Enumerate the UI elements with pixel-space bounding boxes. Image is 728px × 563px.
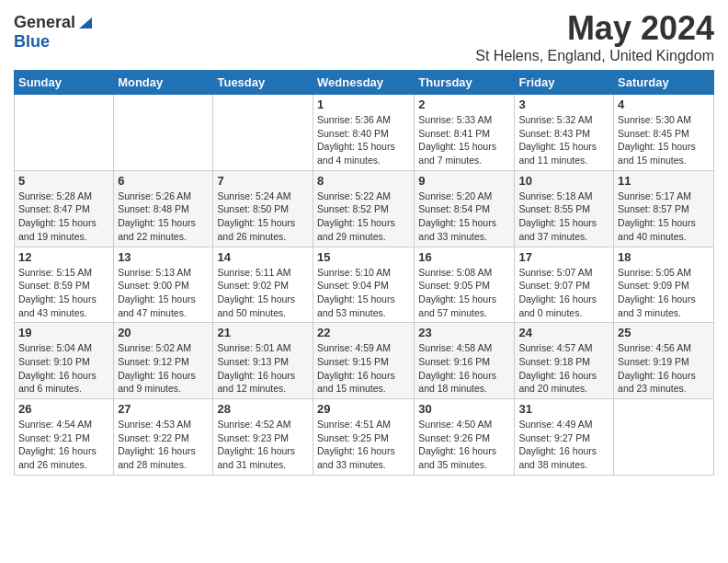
- day-number: 28: [217, 402, 309, 416]
- calendar-cell: 18Sunrise: 5:05 AM Sunset: 9:09 PM Dayli…: [614, 247, 714, 323]
- week-row-4: 19Sunrise: 5:04 AM Sunset: 9:10 PM Dayli…: [15, 323, 714, 399]
- day-info: Sunrise: 4:57 AM Sunset: 9:18 PM Dayligh…: [518, 341, 609, 396]
- day-info: Sunrise: 4:58 AM Sunset: 9:16 PM Dayligh…: [418, 341, 510, 396]
- day-info: Sunrise: 5:15 AM Sunset: 8:59 PM Dayligh…: [18, 266, 109, 320]
- day-info: Sunrise: 4:56 AM Sunset: 9:19 PM Dayligh…: [618, 341, 710, 396]
- logo-general-text: General: [14, 13, 75, 32]
- calendar-cell: 21Sunrise: 5:01 AM Sunset: 9:13 PM Dayli…: [213, 323, 313, 399]
- header: General Blue May 2024 St Helens, England…: [14, 9, 714, 64]
- calendar-cell: 7Sunrise: 5:24 AM Sunset: 8:50 PM Daylig…: [213, 170, 313, 247]
- weekday-header-wednesday: Wednesday: [313, 71, 415, 95]
- weekday-header-row: SundayMondayTuesdayWednesdayThursdayFrid…: [15, 71, 714, 95]
- day-info: Sunrise: 5:02 AM Sunset: 9:12 PM Dayligh…: [118, 341, 209, 396]
- day-number: 6: [118, 174, 209, 188]
- day-info: Sunrise: 4:52 AM Sunset: 9:23 PM Dayligh…: [217, 418, 309, 472]
- calendar-cell: 31Sunrise: 4:49 AM Sunset: 9:27 PM Dayli…: [515, 399, 614, 476]
- day-info: Sunrise: 5:20 AM Sunset: 8:54 PM Dayligh…: [418, 190, 510, 244]
- calendar-cell: 10Sunrise: 5:18 AM Sunset: 8:55 PM Dayli…: [515, 170, 614, 247]
- day-number: 26: [18, 402, 109, 416]
- calendar-cell: 15Sunrise: 5:10 AM Sunset: 9:04 PM Dayli…: [313, 247, 415, 323]
- calendar-cell: 3Sunrise: 5:32 AM Sunset: 8:43 PM Daylig…: [515, 95, 614, 171]
- logo-blue-text: Blue: [14, 32, 50, 52]
- day-number: 7: [217, 174, 309, 188]
- weekday-header-saturday: Saturday: [614, 71, 714, 95]
- day-info: Sunrise: 5:08 AM Sunset: 9:05 PM Dayligh…: [418, 266, 510, 320]
- calendar-cell: [15, 95, 114, 171]
- day-number: 4: [618, 98, 710, 111]
- day-number: 16: [418, 250, 510, 264]
- week-row-5: 26Sunrise: 4:54 AM Sunset: 9:21 PM Dayli…: [15, 399, 714, 476]
- day-number: 5: [18, 174, 109, 188]
- day-info: Sunrise: 4:49 AM Sunset: 9:27 PM Dayligh…: [518, 418, 609, 472]
- calendar-cell: 30Sunrise: 4:50 AM Sunset: 9:26 PM Dayli…: [415, 399, 515, 476]
- calendar-cell: 4Sunrise: 5:30 AM Sunset: 8:45 PM Daylig…: [614, 95, 714, 171]
- logo-triangle-icon: [77, 14, 94, 30]
- day-info: Sunrise: 5:26 AM Sunset: 8:48 PM Dayligh…: [118, 190, 209, 244]
- calendar-cell: 19Sunrise: 5:04 AM Sunset: 9:10 PM Dayli…: [15, 323, 114, 399]
- week-row-1: 1Sunrise: 5:36 AM Sunset: 8:40 PM Daylig…: [15, 95, 714, 171]
- calendar-cell: [614, 399, 714, 476]
- day-number: 1: [317, 98, 410, 111]
- calendar-cell: 23Sunrise: 4:58 AM Sunset: 9:16 PM Dayli…: [415, 323, 515, 399]
- calendar-cell: 12Sunrise: 5:15 AM Sunset: 8:59 PM Dayli…: [15, 247, 114, 323]
- calendar-cell: 29Sunrise: 4:51 AM Sunset: 9:25 PM Dayli…: [313, 399, 415, 476]
- month-title: May 2024: [475, 9, 714, 48]
- calendar-cell: 6Sunrise: 5:26 AM Sunset: 8:48 PM Daylig…: [114, 170, 213, 247]
- calendar-cell: 2Sunrise: 5:33 AM Sunset: 8:41 PM Daylig…: [415, 95, 515, 171]
- calendar-cell: 8Sunrise: 5:22 AM Sunset: 8:52 PM Daylig…: [313, 170, 415, 247]
- day-info: Sunrise: 5:10 AM Sunset: 9:04 PM Dayligh…: [317, 266, 410, 320]
- calendar-table: SundayMondayTuesdayWednesdayThursdayFrid…: [14, 70, 714, 476]
- location-title: St Helens, England, United Kingdom: [475, 48, 714, 64]
- day-number: 19: [18, 326, 109, 339]
- day-info: Sunrise: 5:07 AM Sunset: 9:07 PM Dayligh…: [518, 266, 609, 320]
- day-number: 31: [518, 402, 609, 416]
- day-info: Sunrise: 4:53 AM Sunset: 9:22 PM Dayligh…: [118, 418, 209, 472]
- calendar-cell: [213, 95, 313, 171]
- calendar-cell: 27Sunrise: 4:53 AM Sunset: 9:22 PM Dayli…: [114, 399, 213, 476]
- day-number: 30: [418, 402, 510, 416]
- day-number: 27: [118, 402, 209, 416]
- week-row-2: 5Sunrise: 5:28 AM Sunset: 8:47 PM Daylig…: [15, 170, 714, 247]
- day-number: 23: [418, 326, 510, 339]
- week-row-3: 12Sunrise: 5:15 AM Sunset: 8:59 PM Dayli…: [15, 247, 714, 323]
- day-info: Sunrise: 5:28 AM Sunset: 8:47 PM Dayligh…: [18, 190, 109, 244]
- day-number: 21: [217, 326, 309, 339]
- day-info: Sunrise: 4:59 AM Sunset: 9:15 PM Dayligh…: [317, 341, 410, 396]
- day-info: Sunrise: 5:13 AM Sunset: 9:00 PM Dayligh…: [118, 266, 209, 320]
- day-number: 3: [518, 98, 609, 111]
- day-number: 24: [518, 326, 609, 339]
- day-info: Sunrise: 4:54 AM Sunset: 9:21 PM Dayligh…: [18, 418, 109, 472]
- day-info: Sunrise: 5:05 AM Sunset: 9:09 PM Dayligh…: [618, 266, 710, 320]
- day-info: Sunrise: 5:18 AM Sunset: 8:55 PM Dayligh…: [518, 190, 609, 244]
- calendar-cell: 5Sunrise: 5:28 AM Sunset: 8:47 PM Daylig…: [15, 170, 114, 247]
- calendar-cell: [114, 95, 213, 171]
- calendar-cell: 11Sunrise: 5:17 AM Sunset: 8:57 PM Dayli…: [614, 170, 714, 247]
- day-number: 11: [618, 174, 710, 188]
- weekday-header-friday: Friday: [515, 71, 614, 95]
- calendar-cell: 13Sunrise: 5:13 AM Sunset: 9:00 PM Dayli…: [114, 247, 213, 323]
- day-info: Sunrise: 5:17 AM Sunset: 8:57 PM Dayligh…: [618, 190, 710, 244]
- day-number: 17: [518, 250, 609, 264]
- calendar-cell: 24Sunrise: 4:57 AM Sunset: 9:18 PM Dayli…: [515, 323, 614, 399]
- weekday-header-thursday: Thursday: [415, 71, 515, 95]
- day-number: 15: [317, 250, 410, 264]
- day-info: Sunrise: 5:01 AM Sunset: 9:13 PM Dayligh…: [217, 341, 309, 396]
- day-number: 13: [118, 250, 209, 264]
- calendar-cell: 9Sunrise: 5:20 AM Sunset: 8:54 PM Daylig…: [415, 170, 515, 247]
- calendar-cell: 22Sunrise: 4:59 AM Sunset: 9:15 PM Dayli…: [313, 323, 415, 399]
- day-info: Sunrise: 5:04 AM Sunset: 9:10 PM Dayligh…: [18, 341, 109, 396]
- day-number: 25: [618, 326, 710, 339]
- day-info: Sunrise: 5:36 AM Sunset: 8:40 PM Dayligh…: [317, 113, 410, 167]
- calendar-cell: 20Sunrise: 5:02 AM Sunset: 9:12 PM Dayli…: [114, 323, 213, 399]
- day-number: 14: [217, 250, 309, 264]
- day-info: Sunrise: 5:33 AM Sunset: 8:41 PM Dayligh…: [418, 113, 510, 167]
- day-info: Sunrise: 4:50 AM Sunset: 9:26 PM Dayligh…: [418, 418, 510, 472]
- day-number: 18: [618, 250, 710, 264]
- day-number: 20: [118, 326, 209, 339]
- day-number: 29: [317, 402, 410, 416]
- calendar-cell: 16Sunrise: 5:08 AM Sunset: 9:05 PM Dayli…: [415, 247, 515, 323]
- weekday-header-sunday: Sunday: [15, 71, 114, 95]
- title-area: May 2024 St Helens, England, United King…: [475, 9, 714, 64]
- day-info: Sunrise: 5:32 AM Sunset: 8:43 PM Dayligh…: [518, 113, 609, 167]
- day-info: Sunrise: 5:11 AM Sunset: 9:02 PM Dayligh…: [217, 266, 309, 320]
